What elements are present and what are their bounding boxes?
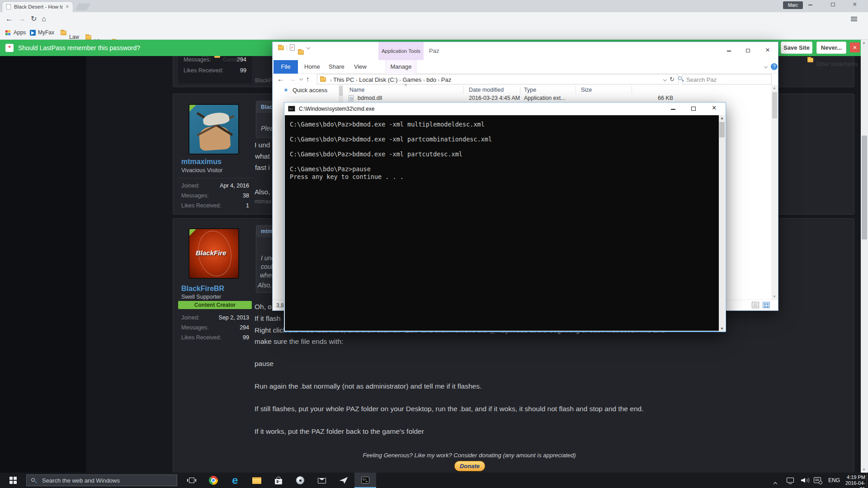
crumb-paz[interactable]: Paz [441, 76, 451, 83]
avatar[interactable] [189, 104, 239, 155]
taskbar-media-disc-icon[interactable] [289, 473, 311, 488]
tab-view[interactable]: View [354, 60, 367, 74]
taskbar-edge-icon[interactable]: e [224, 473, 246, 488]
column-header-size[interactable]: Size [581, 87, 592, 93]
post-footer-username[interactable]: BlackF [255, 77, 272, 84]
apps-grid-icon[interactable] [5, 30, 10, 35]
chrome-menu-icon[interactable] [851, 16, 857, 22]
crumb-bdo[interactable]: bdo [426, 76, 436, 83]
column-divider[interactable] [463, 86, 464, 94]
tab-home[interactable]: Home [304, 60, 320, 74]
view-thumbnails-toggle[interactable] [763, 302, 770, 308]
nav-history-chevron-icon[interactable] [299, 77, 303, 80]
bookmark-apps[interactable]: Apps [14, 26, 26, 40]
bookmark-myfax[interactable]: MyFax [38, 26, 54, 40]
taskbar-paper-plane-icon[interactable] [333, 473, 354, 488]
crumb-this-pc[interactable]: This PC [333, 76, 354, 83]
new-tab-button[interactable] [75, 3, 90, 10]
taskbar-cmd-button-active[interactable]: C:\ [354, 473, 376, 488]
breadcrumb-path[interactable]: › This PC › Local Disk (C:) › Games › bd… [330, 76, 451, 83]
scrollbar-up-icon[interactable]: ▲ [773, 86, 776, 90]
cmd-maximize-button[interactable] [691, 107, 696, 111]
username-link[interactable]: BlackFireBR [181, 285, 224, 293]
home-icon[interactable]: ⌂ [42, 12, 46, 26]
show-desktop-button[interactable] [866, 473, 868, 488]
column-divider[interactable] [576, 86, 576, 94]
nav-pane-scrollbar[interactable] [339, 85, 343, 103]
window-maximize-button[interactable] [831, 3, 835, 6]
explorer-close-button[interactable]: × [765, 46, 770, 55]
tray-network-icon[interactable] [787, 478, 794, 483]
nav-back-icon[interactable]: ← [277, 75, 284, 83]
taskbar-chrome-icon[interactable] [203, 473, 224, 488]
help-icon[interactable]: ? [771, 63, 778, 70]
cmd-scrollbar[interactable]: ▲ ▼ [719, 115, 725, 332]
explorer-title-bar[interactable]: ✓ Application Tools Paz × [273, 42, 778, 60]
profile-name-badge[interactable]: Marc [783, 1, 803, 9]
file-list-scrollbar[interactable]: ▲ ▼ [771, 85, 778, 300]
username-link[interactable]: mtmaximus [181, 158, 222, 166]
taskbar-search-box[interactable]: Search the web and Windows [26, 474, 177, 486]
window-minimize-button[interactable] [808, 5, 812, 5]
taskbar-mail-icon[interactable] [311, 473, 333, 488]
tray-clock[interactable]: 4:19 PM 2016-04-21 [842, 474, 865, 488]
scrollbar-down-icon[interactable]: ▼ [720, 327, 724, 331]
forward-icon[interactable]: → [18, 12, 26, 26]
column-header-date-modified[interactable]: Date modified [469, 87, 504, 93]
address-refresh-icon[interactable]: ↻ [670, 76, 675, 83]
avatar[interactable]: BlackFire [189, 228, 239, 279]
task-view-button[interactable] [181, 473, 203, 488]
column-header-name[interactable]: Name [349, 87, 364, 93]
scrollbar-thumb[interactable] [719, 122, 725, 137]
explorer-minimize-button[interactable] [727, 51, 731, 52]
back-icon[interactable]: ← [5, 12, 13, 26]
column-divider[interactable] [520, 86, 520, 94]
qat-newfolder-icon[interactable] [298, 50, 304, 55]
donate-button[interactable]: Donate [454, 461, 485, 471]
cmd-console[interactable]: C:\Games\bdo\Paz>bdmod.exe -xml multiple… [285, 115, 725, 331]
tray-action-center-icon[interactable] [814, 477, 821, 483]
sidebar-item-quick-access[interactable]: Quick access [292, 87, 327, 94]
cmd-minimize-button[interactable] [671, 109, 675, 110]
never-button[interactable]: Never... [816, 42, 846, 54]
column-divider[interactable] [632, 86, 632, 94]
search-icon[interactable] [678, 76, 682, 80]
qat-folder-icon[interactable] [278, 46, 284, 50]
tab-close-icon[interactable]: × [66, 3, 69, 10]
myfax-icon[interactable] [30, 30, 36, 36]
cmd-title-bar[interactable]: C:\ C:\Windows\system32\cmd.exe × [284, 103, 726, 115]
tab-file[interactable]: File [274, 60, 298, 74]
tray-language-indicator[interactable]: ENG [828, 477, 840, 483]
scrollbar-thumb[interactable] [339, 86, 343, 96]
taskbar-explorer-icon[interactable] [246, 473, 268, 488]
tray-chevron-up-icon[interactable] [774, 479, 777, 487]
post-footer-username[interactable]: mtmax [255, 198, 272, 205]
other-bookmarks[interactable]: Other bookmarks [816, 57, 858, 71]
crumb-local-disk[interactable]: Local Disk (C:) [359, 76, 397, 83]
column-header-type[interactable]: Type [524, 87, 536, 93]
crumb-games[interactable]: Games [402, 76, 421, 83]
tab-share[interactable]: Share [329, 60, 344, 74]
qat-customize-chevron-icon[interactable] [307, 46, 310, 49]
explorer-maximize-button[interactable] [746, 49, 750, 52]
nav-up-icon[interactable]: ↑ [306, 75, 310, 83]
nav-forward-icon[interactable]: → [289, 75, 296, 83]
tray-volume-icon[interactable] [801, 477, 809, 483]
address-dropdown-chevron-icon[interactable] [663, 78, 667, 81]
breadcrumb[interactable]: › This PC › Local Disk (C:) › Games › bd… [317, 74, 679, 84]
window-close-button[interactable]: × [853, 0, 857, 9]
ribbon-expand-chevron-icon[interactable] [764, 65, 768, 68]
taskbar-store-icon[interactable] [268, 473, 289, 488]
cmd-icon[interactable]: C:\ [288, 106, 295, 112]
scrollbar-thumb[interactable] [862, 136, 867, 239]
view-details-toggle[interactable] [752, 302, 759, 308]
application-tools-tab[interactable]: Application Tools [378, 42, 424, 60]
qat-properties-icon[interactable]: ✓ [290, 44, 295, 51]
scrollbar-down-icon[interactable]: ▼ [773, 295, 776, 299]
scrollbar-up-icon[interactable]: ▲ [862, 41, 866, 45]
start-button[interactable] [0, 473, 26, 488]
search-box[interactable]: Search Paz [682, 74, 772, 84]
scrollbar-up-icon[interactable]: ▲ [720, 116, 724, 120]
browser-tab[interactable]: Black Desert - How to Swa × [2, 1, 73, 12]
scrollbar-down-icon[interactable]: ▼ [862, 468, 866, 472]
